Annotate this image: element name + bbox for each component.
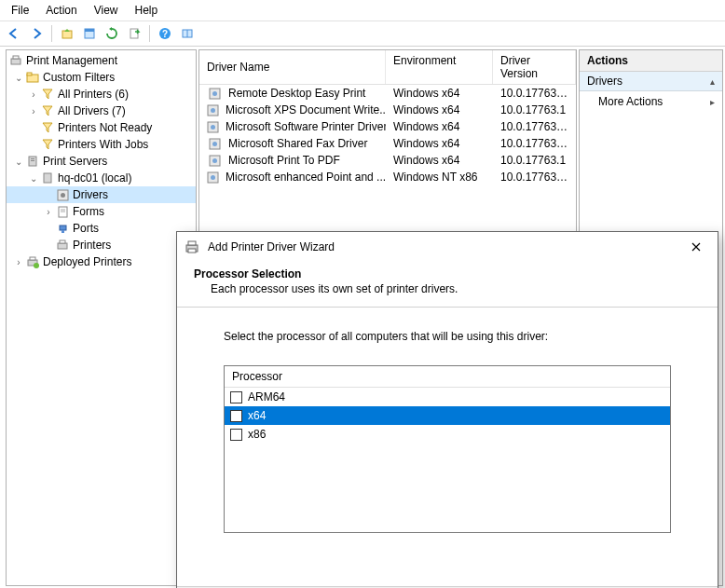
chevron-up-icon[interactable]: ▴ — [710, 76, 715, 87]
collapse-icon[interactable]: ⌄ — [12, 73, 25, 83]
processor-row-x86[interactable]: x86 — [225, 425, 670, 444]
menu-help[interactable]: Help — [128, 2, 166, 19]
list-body[interactable]: Remote Desktop Easy PrintWindows x6410.0… — [199, 85, 576, 185]
driver-env: Windows x64 — [386, 154, 493, 167]
list-row[interactable]: Microsoft XPS Document Write...Windows x… — [199, 102, 576, 118]
expand-icon[interactable]: › — [42, 207, 55, 217]
svg-point-33 — [211, 125, 215, 130]
refresh-icon[interactable] — [102, 23, 122, 44]
actions-group-label: Drivers — [587, 75, 622, 88]
tree-server-node[interactable]: ⌄ hq-dc01 (local) — [7, 170, 196, 186]
tree-panel[interactable]: Print Management ⌄ Custom Filters › All … — [6, 49, 197, 586]
svg-rect-13 — [31, 158, 34, 159]
driver-name: Remote Desktop Easy Print — [228, 87, 365, 100]
driver-icon — [55, 187, 70, 202]
expand-icon[interactable]: › — [27, 106, 40, 116]
tree-label: hq-dc01 (local) — [58, 171, 131, 185]
wizard-heading: Processor Selection — [194, 267, 701, 280]
tree-custom-filters[interactable]: ⌄ Custom Filters — [7, 69, 196, 86]
export-icon[interactable] — [124, 23, 144, 44]
checkbox[interactable] — [230, 391, 242, 403]
svg-rect-22 — [62, 230, 64, 233]
list-row[interactable]: Microsoft Shared Fax DriverWindows x6410… — [199, 135, 576, 152]
up-icon[interactable] — [57, 23, 77, 44]
column-driver-version[interactable]: Driver Version — [493, 50, 576, 84]
tree-filter-all-printers[interactable]: › All Printers (6) — [7, 86, 196, 103]
driver-icon — [207, 119, 219, 134]
menu-action[interactable]: Action — [38, 2, 84, 19]
svg-point-17 — [61, 193, 65, 198]
driver-version: 10.0.17763.1971 — [493, 137, 576, 150]
filter-icon — [40, 120, 55, 135]
properties-icon[interactable] — [79, 23, 100, 44]
show-hide-icon[interactable] — [177, 23, 198, 44]
tree-label: Print Servers — [43, 155, 107, 168]
tree-forms[interactable]: › Forms — [7, 203, 196, 220]
tree-filter-all-drivers[interactable]: › All Drivers (7) — [7, 103, 196, 119]
svg-rect-42 — [188, 249, 196, 253]
toolbar-separator — [51, 25, 52, 42]
wizard-body: Select the processor of all computers th… — [177, 308, 718, 586]
processor-label: x86 — [248, 428, 266, 441]
driver-name: Microsoft Software Printer Driver — [226, 120, 386, 133]
list-row[interactable]: Microsoft enhanced Point and ...Windows … — [199, 169, 576, 185]
svg-rect-0 — [62, 31, 72, 38]
svg-rect-11 — [27, 73, 32, 75]
svg-rect-8 — [11, 59, 21, 64]
svg-text:?: ? — [162, 29, 168, 39]
driver-icon — [207, 86, 222, 101]
svg-rect-23 — [58, 243, 67, 249]
svg-rect-41 — [188, 241, 196, 245]
processor-row-arm64[interactable]: ARM64 — [225, 388, 670, 406]
driver-env: Windows x64 — [386, 120, 493, 133]
driver-version: 10.0.17763.1192 — [493, 120, 576, 133]
back-icon[interactable] — [4, 23, 24, 44]
list-row[interactable]: Microsoft Software Printer DriverWindows… — [199, 118, 576, 135]
tree-label: Print Management — [26, 54, 117, 67]
column-driver-name[interactable]: Driver Name — [199, 50, 386, 84]
close-icon[interactable] — [682, 238, 710, 256]
menu-view[interactable]: View — [87, 2, 126, 19]
tree-drivers[interactable]: Drivers — [7, 186, 196, 203]
tree: Print Management ⌄ Custom Filters › All … — [7, 50, 196, 272]
processor-listbox[interactable]: Processor ARM64✓x64x86 — [224, 365, 671, 533]
list-row[interactable]: Remote Desktop Easy PrintWindows x6410.0… — [199, 85, 576, 102]
wizard-desc: Each processor uses its own set of print… — [194, 282, 701, 295]
processor-column-header[interactable]: Processor — [225, 366, 670, 388]
filter-icon — [40, 87, 55, 102]
printer-mgmt-icon — [8, 53, 23, 68]
actions-group[interactable]: Drivers ▴ — [580, 72, 722, 91]
menu-file[interactable]: File — [4, 2, 36, 19]
tree-printers[interactable]: Printers — [7, 237, 196, 253]
collapse-icon[interactable]: ⌄ — [27, 173, 40, 184]
checkbox[interactable]: ✓ — [230, 410, 242, 422]
processor-row-x64[interactable]: ✓x64 — [225, 406, 670, 425]
chevron-right-icon: ▸ — [710, 97, 715, 107]
column-environment[interactable]: Environment — [386, 50, 493, 84]
actions-header: Actions — [580, 50, 722, 72]
list-row[interactable]: Microsoft Print To PDFWindows x6410.0.17… — [199, 152, 576, 169]
tree-filter-with-jobs[interactable]: Printers With Jobs — [7, 136, 196, 153]
svg-point-29 — [212, 91, 217, 96]
driver-version: 10.0.17763.973 — [493, 87, 576, 100]
wizard-titlebar[interactable]: Add Printer Driver Wizard — [177, 232, 718, 262]
toolbar-separator — [149, 25, 150, 42]
svg-rect-2 — [85, 29, 94, 32]
tree-deployed[interactable]: › Deployed Printers — [7, 253, 196, 270]
expand-icon[interactable]: › — [27, 89, 40, 100]
tree-label: Printers Not Ready — [58, 121, 152, 134]
expand-icon[interactable]: › — [12, 257, 25, 267]
server-icon — [40, 171, 55, 185]
checkbox[interactable] — [230, 429, 242, 441]
help-icon[interactable]: ? — [155, 23, 175, 44]
printer-icon — [55, 238, 70, 253]
tree-print-servers[interactable]: ⌄ Print Servers — [7, 153, 196, 170]
tree-root[interactable]: Print Management — [7, 52, 196, 69]
toolbar: ? — [0, 21, 725, 47]
tree-filter-not-ready[interactable]: Printers Not Ready — [7, 119, 196, 136]
tree-label: Deployed Printers — [43, 255, 131, 268]
collapse-icon[interactable]: ⌄ — [12, 157, 25, 167]
forward-icon[interactable] — [26, 23, 47, 44]
tree-ports[interactable]: Ports — [7, 220, 196, 237]
actions-more[interactable]: More Actions ▸ — [580, 91, 722, 112]
